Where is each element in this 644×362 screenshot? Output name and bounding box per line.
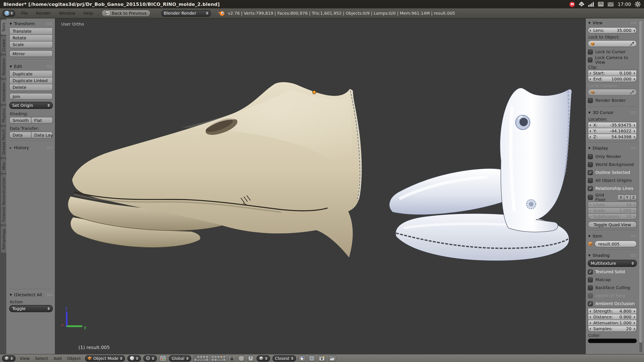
number-field[interactable]: Subdivisions: 10 bbox=[588, 213, 637, 220]
toolshelf-tab[interactable]: Tools bbox=[1, 20, 6, 35]
toolshelf-tab[interactable]: Animation bbox=[1, 80, 6, 104]
panel-drag-dots-icon[interactable] bbox=[46, 65, 52, 68]
layer-cell[interactable] bbox=[214, 356, 216, 358]
panel-drag-dots-icon[interactable] bbox=[46, 146, 52, 149]
number-field[interactable]: Start: 0.100 bbox=[588, 70, 637, 76]
3d-viewport[interactable]: z y x User Ortho (1) result.005 bbox=[55, 18, 585, 354]
panel-header-edit[interactable]: ▼ Edit bbox=[10, 64, 52, 69]
data-layout-button[interactable]: Data Layo bbox=[31, 132, 53, 138]
checkbox-row[interactable]: Depth Of Field bbox=[588, 292, 637, 300]
increment-arrow-icon[interactable] bbox=[634, 310, 635, 312]
model-goose-mold-white[interactable] bbox=[389, 88, 572, 261]
panel-header-deselect-all[interactable]: ▼ (De)select All bbox=[10, 293, 52, 297]
panel-header-shading[interactable]: ▼ Shading bbox=[588, 253, 636, 258]
set-origin-dropdown[interactable]: Set Origin bbox=[9, 102, 53, 109]
decrement-arrow-icon[interactable] bbox=[590, 316, 591, 318]
snap-target-selector[interactable]: Closest bbox=[272, 355, 296, 361]
layer-cell[interactable] bbox=[206, 356, 208, 358]
checkbox-row[interactable]: Outline Selected bbox=[588, 168, 637, 176]
lock-to-scene-toggle[interactable] bbox=[228, 355, 235, 361]
panel-drag-dots-icon[interactable] bbox=[630, 21, 636, 24]
increment-arrow-icon[interactable] bbox=[634, 215, 635, 218]
tool-button[interactable]: Rotate bbox=[9, 35, 53, 41]
layer-cell[interactable] bbox=[200, 359, 202, 361]
checkbox[interactable] bbox=[588, 186, 593, 191]
panel-drag-dots-icon[interactable] bbox=[46, 293, 52, 296]
layer-cell[interactable] bbox=[203, 356, 205, 358]
object-name-field[interactable]: result.005 bbox=[594, 241, 637, 247]
panel-scrollbar[interactable] bbox=[640, 20, 642, 352]
editor-type-selector-3d-view[interactable] bbox=[2, 355, 16, 361]
checkbox[interactable] bbox=[588, 301, 593, 306]
flat-button[interactable]: Flat bbox=[31, 117, 53, 124]
join-button[interactable]: Join bbox=[9, 93, 53, 100]
checkbox[interactable] bbox=[588, 49, 593, 54]
viewport-shading-selector[interactable] bbox=[128, 355, 141, 361]
opengl-render-anim-button[interactable] bbox=[328, 355, 336, 361]
panel-drag-dots-icon[interactable] bbox=[630, 111, 636, 114]
decrement-arrow-icon[interactable] bbox=[590, 215, 591, 218]
layer-cell[interactable] bbox=[223, 356, 225, 358]
decrement-arrow-icon[interactable] bbox=[590, 310, 591, 312]
snap-element-selector[interactable] bbox=[256, 355, 270, 361]
transform-orientation-selector[interactable]: Global bbox=[169, 355, 191, 361]
lock-to-object-field[interactable] bbox=[588, 40, 637, 47]
number-field[interactable]: Samples: 20 bbox=[588, 326, 637, 332]
checkbox-row[interactable]: Backface Culling bbox=[588, 284, 637, 292]
toolshelf-tab[interactable]: Retopology bbox=[1, 226, 6, 253]
manipulator-toggle[interactable] bbox=[160, 355, 167, 361]
mail-tray-icon[interactable] bbox=[608, 2, 614, 6]
smooth-button[interactable]: Smooth bbox=[9, 117, 31, 124]
layer-cell[interactable] bbox=[197, 359, 199, 361]
increment-arrow-icon[interactable] bbox=[634, 203, 635, 206]
number-field[interactable]: Z: 54.94398 bbox=[588, 134, 637, 140]
gear-menu-icon[interactable] bbox=[635, 1, 641, 7]
render-border-checkbox-row[interactable]: Render Border bbox=[588, 96, 637, 104]
snap-toggle[interactable] bbox=[247, 355, 254, 361]
checkbox[interactable] bbox=[588, 178, 593, 183]
increment-arrow-icon[interactable] bbox=[634, 328, 635, 330]
panel-drag-dots-icon[interactable] bbox=[46, 22, 52, 25]
increment-arrow-icon[interactable] bbox=[634, 124, 635, 126]
menu-item[interactable]: File bbox=[21, 11, 28, 15]
layer-cell[interactable] bbox=[220, 356, 222, 358]
checkbox-row[interactable]: Ambient Occlusion bbox=[588, 300, 637, 308]
panel-header-3d-cursor[interactable]: ▼ 3D Cursor bbox=[588, 110, 636, 115]
layer-cell[interactable] bbox=[194, 356, 196, 358]
menu-item[interactable]: Help bbox=[84, 11, 93, 15]
layer-cell[interactable] bbox=[220, 359, 222, 361]
number-field[interactable]: Strength: 4.800 bbox=[588, 308, 637, 314]
local-camera-field[interactable] bbox=[588, 89, 637, 95]
number-field[interactable]: Y: -44.16022 bbox=[588, 128, 637, 134]
checkbox-row[interactable]: World Background bbox=[588, 160, 637, 168]
layer-cell[interactable] bbox=[211, 356, 214, 358]
scrollbar-thumb[interactable] bbox=[640, 20, 642, 343]
checkbox-row[interactable]: Relationship Lines bbox=[588, 184, 637, 192]
checkbox[interactable] bbox=[588, 57, 593, 62]
toolshelf-tab[interactable]: Forensic Reconstruction bbox=[1, 174, 6, 225]
shading-mode-dropdown[interactable]: Multitexture bbox=[588, 260, 637, 267]
snap-peel-object-toggle[interactable] bbox=[308, 355, 316, 361]
mega-tray-icon[interactable]: M bbox=[570, 1, 575, 7]
action-dropdown[interactable]: Toggle bbox=[9, 305, 53, 312]
checkbox[interactable] bbox=[588, 277, 593, 282]
decrement-arrow-icon[interactable] bbox=[590, 78, 591, 80]
tool-button[interactable]: Translate bbox=[9, 28, 53, 35]
increment-arrow-icon[interactable] bbox=[634, 209, 635, 212]
number-field[interactable]: Lines: 16 bbox=[588, 202, 637, 208]
checkbox-row[interactable]: Lock Camera to View bbox=[588, 56, 637, 64]
keyboard-layout-indicator[interactable]: Pt bbox=[598, 2, 604, 7]
layer-cell[interactable] bbox=[206, 359, 208, 361]
eyedropper-icon[interactable] bbox=[630, 90, 634, 94]
menu-item[interactable]: Render bbox=[36, 11, 51, 15]
tool-button[interactable]: Duplicate Linked bbox=[9, 77, 53, 84]
decrement-arrow-icon[interactable] bbox=[590, 29, 591, 32]
pivot-center-selector[interactable] bbox=[144, 355, 157, 361]
mode-selector[interactable]: Object Mode bbox=[85, 355, 125, 361]
layer-cell[interactable] bbox=[211, 359, 214, 361]
number-field[interactable]: Attenuation: 1.000 bbox=[588, 320, 637, 326]
toolshelf-tab[interactable]: Create bbox=[1, 36, 6, 54]
menu-item[interactable]: Add bbox=[54, 356, 62, 361]
checkbox-row[interactable]: All Object Origins bbox=[588, 176, 637, 184]
checkbox[interactable] bbox=[588, 154, 593, 159]
